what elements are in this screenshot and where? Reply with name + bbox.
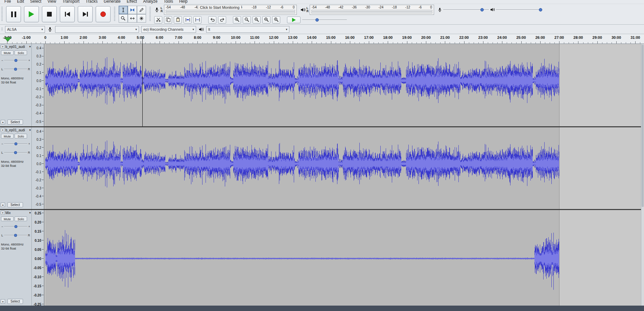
- track-menu-arrow-icon[interactable]: ▾: [29, 45, 31, 48]
- menu-analyze[interactable]: Analyze: [140, 0, 161, 4]
- select-track-button[interactable]: Select: [7, 120, 23, 125]
- solo-button[interactable]: Solo: [15, 134, 27, 138]
- select-track-button[interactable]: Select: [7, 202, 23, 207]
- playback-device-select[interactable]: lt ▾: [206, 26, 289, 33]
- waveform-area[interactable]: [44, 210, 641, 306]
- toolbar-grip[interactable]: [1, 7, 3, 22]
- gain-slider[interactable]: − +: [1, 141, 30, 146]
- pan-slider[interactable]: L R: [1, 150, 30, 155]
- silence-audio-button[interactable]: [193, 16, 201, 24]
- zoom-toggle-button[interactable]: [272, 16, 280, 24]
- pan-slider[interactable]: L R: [1, 233, 30, 238]
- slider-thumb[interactable]: [480, 8, 484, 11]
- monitoring-text[interactable]: Click to Start Monitoring: [198, 5, 242, 10]
- slider-thumb[interactable]: [14, 142, 17, 145]
- vertical-scale-ruler[interactable]: 0.250.200.150.100.050.00-0.05-0.10-0.15-…: [32, 210, 44, 306]
- waveform-canvas[interactable]: [44, 44, 641, 126]
- collapse-track-button[interactable]: ▴: [1, 120, 5, 124]
- slider-thumb[interactable]: [14, 59, 17, 62]
- slider-thumb[interactable]: [539, 8, 542, 11]
- skip-to-end-button[interactable]: [78, 6, 93, 22]
- redo-button[interactable]: [218, 16, 226, 24]
- waveform-area[interactable]: [44, 44, 641, 126]
- recording-meter[interactable]: LR -54-48-42-36-30-24-18-12-60 Click to …: [154, 5, 297, 15]
- slider-thumb[interactable]: [14, 234, 17, 237]
- waveform-canvas[interactable]: [44, 210, 641, 306]
- track-menu-arrow-icon[interactable]: ▾: [29, 211, 31, 214]
- playback-volume-slider[interactable]: [496, 7, 542, 12]
- timeline-pin-icon[interactable]: [4, 37, 11, 42]
- trim-audio-button[interactable]: [184, 16, 192, 24]
- slider-thumb[interactable]: [14, 225, 17, 228]
- collapse-track-button[interactable]: ▴: [1, 299, 5, 304]
- draw-tool-button[interactable]: [137, 6, 146, 14]
- waveform-area[interactable]: [44, 127, 641, 209]
- menu-tracks[interactable]: Tracks: [82, 0, 101, 4]
- solo-button[interactable]: Solo: [15, 216, 27, 221]
- menu-effect[interactable]: Effect: [124, 0, 140, 4]
- gain-slider[interactable]: − +: [1, 58, 30, 63]
- menu-select[interactable]: Select: [27, 0, 44, 4]
- menu-generate[interactable]: Generate: [101, 0, 124, 4]
- zoom-tool-button[interactable]: [119, 14, 128, 23]
- play-at-speed-button[interactable]: [287, 17, 301, 23]
- track-title[interactable]: Mix: [5, 211, 27, 215]
- recording-meter-bar[interactable]: -54-48-42-36-30-24-18-12-60 Click to Sta…: [164, 5, 297, 15]
- track-title[interactable]: b_ep01_audi: [5, 45, 27, 49]
- vertical-scale-ruler[interactable]: 0.40.30.20.10.0-0.1-0.2-0.3-0.4-0.5: [32, 44, 44, 126]
- zoom-selection-button[interactable]: [253, 16, 261, 24]
- menu-help[interactable]: Help: [176, 0, 191, 4]
- timeline-ruler[interactable]: -2:00-1:0001:002:003:004:005:006:007:008…: [0, 34, 644, 44]
- copy-button[interactable]: [164, 16, 172, 24]
- audio-host-select[interactable]: ALSA ▾: [5, 26, 45, 33]
- solo-button[interactable]: Solo: [15, 50, 27, 55]
- zoom-project-button[interactable]: [262, 16, 270, 24]
- stop-button[interactable]: [42, 6, 57, 22]
- menu-transport[interactable]: Transport: [59, 0, 82, 4]
- selection-tool-button[interactable]: [119, 6, 128, 14]
- vertical-scale-ruler[interactable]: 0.40.30.20.10.0-0.1-0.2-0.3-0.4-0.5: [32, 127, 44, 209]
- time-shift-tool-button[interactable]: [128, 14, 137, 23]
- menu-tools[interactable]: Tools: [161, 0, 176, 4]
- pan-slider[interactable]: L R: [1, 67, 30, 72]
- toolbar-grip[interactable]: [114, 7, 115, 22]
- scrollbar-thumb[interactable]: [642, 45, 644, 207]
- select-track-button[interactable]: Select: [7, 299, 23, 304]
- mute-button[interactable]: Mute: [1, 216, 14, 221]
- track-title[interactable]: b_ep01_audi: [5, 128, 27, 132]
- paste-button[interactable]: [174, 16, 182, 24]
- undo-button[interactable]: [208, 16, 216, 24]
- recording-device-select[interactable]: ▾: [55, 26, 139, 33]
- waveform-canvas[interactable]: [44, 127, 641, 209]
- skip-to-start-button[interactable]: [60, 6, 75, 22]
- mute-button[interactable]: Mute: [1, 134, 14, 138]
- envelope-tool-button[interactable]: [128, 6, 137, 14]
- track-menu-arrow-icon[interactable]: ▾: [29, 128, 31, 132]
- playback-speed-slider[interactable]: [302, 17, 347, 23]
- vertical-scrollbar[interactable]: [641, 44, 644, 306]
- close-track-button[interactable]: ×: [1, 211, 5, 215]
- recording-volume-slider[interactable]: [443, 7, 489, 12]
- multi-tool-button[interactable]: [137, 14, 146, 23]
- mute-button[interactable]: Mute: [1, 50, 14, 55]
- slider-thumb[interactable]: [14, 68, 17, 71]
- zoom-out-button[interactable]: [243, 16, 251, 24]
- gain-slider[interactable]: − +: [1, 224, 30, 229]
- recording-channels-select[interactable]: eo) Recording Channels ▾: [141, 26, 196, 33]
- menu-view[interactable]: View: [44, 0, 59, 4]
- toolbar-grip[interactable]: [1, 28, 3, 31]
- collapse-track-button[interactable]: ▴: [1, 203, 5, 207]
- play-button[interactable]: [24, 6, 39, 22]
- close-track-button[interactable]: ×: [1, 128, 5, 132]
- playback-meter-bar[interactable]: -54-48-42-36-30-24-18-12-60: [310, 5, 434, 15]
- menu-file[interactable]: File: [1, 0, 14, 4]
- slider-thumb[interactable]: [14, 151, 17, 154]
- menu-edit[interactable]: Edit: [14, 0, 27, 4]
- cut-button[interactable]: [154, 16, 162, 24]
- playback-meter[interactable]: LR -54-48-42-36-30-24-18-12-60: [300, 5, 434, 15]
- record-button[interactable]: [96, 6, 111, 22]
- zoom-in-button[interactable]: [233, 16, 241, 24]
- toolbar-grip[interactable]: [149, 7, 151, 22]
- pause-button[interactable]: [6, 6, 21, 22]
- slider-thumb[interactable]: [315, 18, 319, 22]
